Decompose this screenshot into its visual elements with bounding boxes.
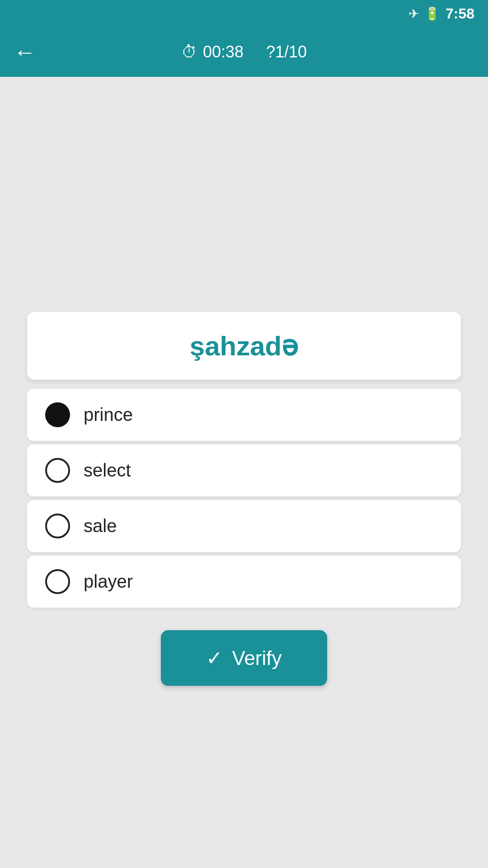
status-bar: ✈ 🔋 7:58 [0, 0, 488, 27]
status-icons: ✈ 🔋 7:58 [408, 5, 474, 22]
battery-icon: 🔋 [424, 6, 440, 21]
word-card: şahzadə [27, 312, 461, 380]
status-time: 7:58 [446, 5, 474, 22]
options-container: prince select sale player [27, 389, 461, 608]
word-text: şahzadə [190, 331, 298, 361]
timer-icon: ⏱ [181, 42, 197, 61]
option-label-sale: sale [84, 516, 117, 536]
back-button[interactable]: ← [14, 39, 36, 65]
option-label-player: player [84, 571, 133, 592]
radio-unselected-icon [45, 514, 70, 538]
option-prince[interactable]: prince [27, 389, 461, 441]
back-icon: ← [14, 39, 36, 65]
radio-unselected-icon [45, 458, 70, 483]
main-content: şahzadə prince select sale player ✓ Veri… [0, 77, 488, 868]
option-label-prince: prince [84, 405, 133, 425]
option-player[interactable]: player [27, 556, 461, 608]
timer-value: 00:38 [203, 42, 244, 61]
option-select[interactable]: select [27, 444, 461, 496]
verify-checkmark-icon: ✓ [206, 646, 223, 670]
verify-button[interactable]: ✓ Verify [161, 630, 327, 686]
nav-bar: ← ⏱ 00:38 ?1/10 [0, 27, 488, 77]
nav-info: ⏱ 00:38 ?1/10 [181, 42, 307, 61]
radio-selected-icon [45, 402, 70, 427]
verify-label: Verify [232, 647, 282, 670]
option-sale[interactable]: sale [27, 500, 461, 552]
timer-display: ⏱ 00:38 [181, 42, 244, 61]
airplane-icon: ✈ [408, 6, 419, 21]
question-counter: ?1/10 [266, 42, 307, 61]
option-label-select: select [84, 460, 131, 481]
radio-unselected-icon [45, 569, 70, 594]
